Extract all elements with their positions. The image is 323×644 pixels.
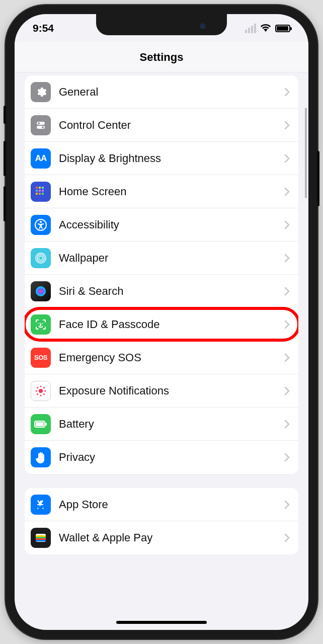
settings-row-label: Privacy [59,451,276,464]
sos-icon: SOS [31,348,51,368]
settings-row-siri-search[interactable]: Siri & Search [25,275,298,308]
settings-list[interactable]: General Control Center AA Display & Brig… [15,72,308,630]
chevron-right-icon [284,353,290,362]
svg-point-22 [40,385,42,387]
battery-settings-icon [31,414,51,434]
accessibility-icon [31,215,51,235]
svg-rect-31 [36,422,44,426]
settings-row-label: Emergency SOS [59,351,276,364]
svg-rect-37 [36,540,46,541]
svg-rect-6 [42,187,44,189]
chevron-right-icon [284,121,290,130]
page-title: Settings [140,51,184,64]
settings-row-wallpaper[interactable]: Wallpaper [25,242,298,275]
chevron-right-icon [284,500,290,509]
svg-point-24 [36,390,37,391]
settings-row-control-center[interactable]: Control Center [25,109,298,142]
svg-rect-32 [45,423,47,426]
chevron-right-icon [284,533,290,542]
siri-icon [31,281,51,301]
svg-rect-10 [36,193,38,195]
svg-point-2 [38,122,40,124]
svg-point-25 [45,390,46,391]
page-header: Settings [15,42,308,72]
settings-row-privacy[interactable]: Privacy [25,441,298,474]
svg-rect-34 [36,535,46,537]
chevron-right-icon [284,453,290,462]
settings-row-accessibility[interactable]: Accessibility [25,208,298,242]
wifi-icon [260,24,271,32]
home-indicator[interactable] [116,621,207,624]
settings-row-label: Exposure Notifications [59,384,276,397]
svg-point-20 [42,323,43,324]
svg-point-26 [37,387,38,388]
svg-rect-5 [39,187,41,189]
chevron-right-icon [284,187,290,196]
settings-row-label: Face ID & Passcode [59,318,276,331]
settings-row-label: Display & Brightness [59,152,276,165]
scroll-indicator [305,108,307,198]
settings-row-battery[interactable]: Battery [25,408,298,441]
settings-row-general[interactable]: General [25,75,298,109]
settings-group: General Control Center AA Display & Brig… [25,75,298,474]
wallpaper-icon [31,248,51,268]
svg-rect-35 [36,537,46,538]
text-size-icon: AA [31,148,51,169]
exposure-icon [31,381,51,401]
settings-group: App Store Wallet & Apple Pay [25,488,298,554]
svg-rect-8 [39,190,41,192]
app-store-icon [31,495,51,515]
settings-row-home-screen[interactable]: Home Screen [25,175,298,208]
svg-point-16 [37,255,44,262]
chevron-right-icon [284,88,290,97]
toggles-icon [31,115,51,135]
settings-row-face-id-passcode[interactable]: Face ID & Passcode [25,308,298,341]
settings-row-label: Wallpaper [59,252,276,265]
wallet-icon [31,528,51,548]
svg-rect-9 [42,190,44,192]
svg-point-15 [39,256,43,260]
cellular-icon [245,24,256,33]
svg-point-19 [39,323,40,324]
settings-row-exposure-notifications[interactable]: Exposure Notifications [25,374,298,408]
face-id-icon [31,314,51,335]
settings-row-label: General [59,86,276,99]
device-notch [96,14,227,35]
svg-point-29 [43,393,45,394]
settings-row-label: App Store [59,498,276,511]
svg-rect-4 [36,187,38,189]
chevron-right-icon [284,386,290,395]
settings-row-label: Accessibility [59,218,276,231]
svg-rect-12 [42,193,44,195]
status-time: 9:54 [33,22,54,34]
home-grid-icon [31,182,51,202]
chevron-right-icon [284,287,290,296]
svg-point-27 [43,387,45,388]
device-frame: 9:54 Settings General [6,5,317,639]
chevron-right-icon [284,254,290,263]
settings-row-label: Siri & Search [59,285,276,298]
svg-rect-11 [39,193,41,195]
hand-icon [31,447,51,467]
svg-point-21 [39,389,43,393]
svg-point-3 [42,126,44,128]
svg-point-23 [40,394,42,396]
chevron-right-icon [284,420,290,429]
svg-rect-7 [36,190,38,192]
settings-row-app-store[interactable]: App Store [25,488,298,521]
settings-row-label: Control Center [59,119,276,132]
settings-row-wallet-apple-pay[interactable]: Wallet & Apple Pay [25,521,298,554]
settings-row-label: Wallet & Apple Pay [59,531,276,544]
settings-row-label: Battery [59,418,276,431]
settings-row-emergency-sos[interactable]: SOS Emergency SOS [25,341,298,374]
screen: 9:54 Settings General [15,14,308,630]
battery-icon [275,25,290,32]
svg-point-28 [37,393,38,394]
svg-rect-36 [36,538,46,540]
settings-row-label: Home Screen [59,185,276,198]
svg-point-14 [40,221,42,223]
chevron-right-icon [284,320,290,329]
svg-point-18 [36,286,46,296]
settings-row-display-brightness[interactable]: AA Display & Brightness [25,142,298,175]
chevron-right-icon [284,154,290,163]
